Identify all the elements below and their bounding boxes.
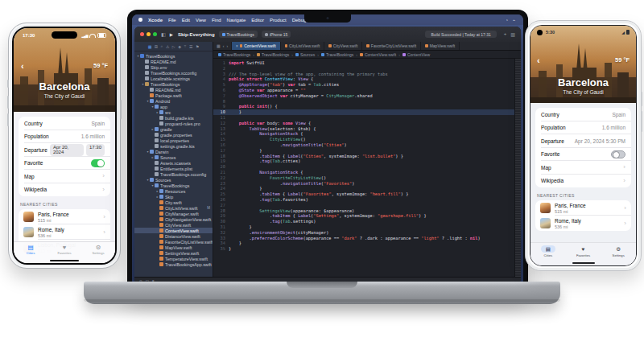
scheme-selector[interactable]: TravelBookings	[219, 31, 258, 38]
editor-tab-cityview-swift[interactable]: CityView.swift	[324, 42, 362, 50]
menu-product[interactable]: Product	[270, 18, 287, 23]
tab-settings[interactable]: ⚙Settings	[601, 243, 636, 265]
toolbar-icon-1[interactable]: ▥	[510, 31, 515, 37]
nearest-city-row[interactable]: Paris, France515 mi›	[535, 200, 631, 216]
navigator-tab-icon-2[interactable]: ⌕	[161, 43, 163, 49]
time-picker-button[interactable]: 17:30	[86, 144, 105, 156]
breadcrumb-item[interactable]: ContentView.swift	[360, 52, 396, 57]
editor-tab-citylistview-swift[interactable]: CityListView.swift	[281, 42, 325, 50]
close-tab-icon[interactable]: ×	[236, 44, 238, 48]
back-button[interactable]: ‹	[21, 63, 24, 69]
file-skip-env[interactable]: Skip.env	[134, 64, 213, 70]
file-travelbookings[interactable]: ▾TravelBookings	[134, 53, 213, 59]
code-line-3[interactable]: 3/// The top-level view of the app, cont…	[213, 72, 521, 77]
breadcrumb-item[interactable]: TravelBookings	[321, 52, 353, 57]
code-line-8[interactable]: 8	[213, 99, 521, 105]
favorite-toggle[interactable]	[611, 150, 625, 158]
list-row-map[interactable]: Map›	[535, 161, 631, 175]
file-cityview-swift[interactable]: CityView.swift	[134, 222, 213, 228]
code-line-20[interactable]: 20	[213, 164, 521, 170]
file-readme-md[interactable]: README.md	[134, 87, 213, 93]
zoom-window-button[interactable]	[153, 32, 157, 36]
tab-nav-icon-0[interactable]: ▦	[217, 43, 221, 48]
window-controls[interactable]	[140, 32, 157, 36]
nearest-city-row[interactable]: Paris, France515 mi›	[19, 209, 110, 224]
navigator-tab-icon-6[interactable]: ⌗	[184, 43, 187, 49]
navigator-tab-icon-4[interactable]: ▷	[172, 44, 175, 49]
list-row-map[interactable]: Map›	[19, 170, 110, 183]
file-travelbookings-xcconfig[interactable]: TravelBookings.xcconfig	[134, 70, 213, 76]
file-proguard-rules-pro[interactable]: proguard-rules.pro	[134, 121, 213, 126]
menubar-status-icons[interactable]: ◔ ⌁	[506, 18, 517, 23]
file-gradle[interactable]: ▸gradle	[134, 126, 213, 132]
tab-cities[interactable]: ▤Cities	[14, 242, 47, 263]
menu-navigate[interactable]: Navigate	[227, 18, 246, 23]
code-line-13[interactable]: 13 TabView(selection: $tab) {	[213, 126, 521, 132]
editor-tab-favoritecitylistview-swift[interactable]: FavoriteCityListView.swift	[362, 42, 421, 50]
tab-settings[interactable]: ⚙Settings	[81, 242, 115, 263]
file-darwin[interactable]: ▾Darwin	[134, 149, 213, 154]
list-row-wikipedia[interactable]: Wikipedia›	[19, 183, 110, 197]
code-line-14[interactable]: 14 NavigationStack {	[213, 131, 521, 137]
apple-menu-icon[interactable]	[138, 18, 142, 22]
code-line-27[interactable]: 27	[213, 203, 521, 208]
file-favoritecitylistview-swift[interactable]: FavoriteCityListView.swift	[134, 239, 213, 245]
tab-nav-icon-2[interactable]: ›	[226, 43, 228, 48]
menu-editor[interactable]: Editor	[251, 18, 264, 23]
navigator-tab-icon-3[interactable]: ⚠	[166, 44, 169, 49]
breadcrumb-item[interactable]: ContentView	[402, 52, 430, 57]
code-line-28[interactable]: 28 SettingsView(appearance: $appearance)	[213, 208, 521, 214]
nearest-city-row[interactable]: Rome, Italy536 mi›	[19, 224, 110, 240]
code-line-17[interactable]: 17 }	[213, 148, 521, 154]
file-temperatureview-swift[interactable]: TemperatureView.swift	[134, 256, 213, 261]
menu-edit[interactable]: Edit	[182, 18, 190, 23]
code-line-23[interactable]: 23 .navigationTitle("Favorites")	[213, 181, 521, 187]
file-distanceview-swift[interactable]: DistanceView.swift	[134, 233, 213, 239]
file-readme-md[interactable]: README.md	[134, 59, 213, 64]
code-line-33[interactable]: 33 .preferredColorScheme(appearance == "…	[213, 236, 521, 241]
file-build-gradle-kts[interactable]: build.gradle.kts	[134, 115, 213, 121]
list-row-favorite[interactable]: Favorite	[19, 157, 110, 171]
code-line-1[interactable]: 1import SwiftUI	[213, 60, 521, 66]
code-line-16[interactable]: 16 .navigationTitle("Cities")	[213, 142, 521, 148]
file-package-swift[interactable]: Package.swift	[134, 93, 213, 98]
code-line-19[interactable]: 19 .tag(Tab.cities)	[213, 158, 521, 164]
file-travelbookings-xcconfig[interactable]: TravelBookings.xcconfig	[134, 171, 213, 177]
code-line-34[interactable]: 34 }	[213, 241, 521, 246]
file-skip[interactable]: ▸Skip	[134, 194, 213, 200]
menu-file[interactable]: File	[168, 18, 176, 23]
code-line-5[interactable]: 5 @AppStorage("tab") var tab = Tab.citie…	[213, 82, 521, 88]
code-line-9[interactable]: 9 public init() {	[213, 104, 521, 109]
file-citylistview-swift[interactable]: CityListView.swiftM	[134, 205, 213, 211]
code-line-32[interactable]: 32 .environmentObject(cityManager)	[213, 230, 521, 236]
code-line-21[interactable]: 21 NavigationStack {	[213, 170, 521, 175]
gesture-bar[interactable]	[572, 262, 595, 264]
navigator-tab-icon-0[interactable]: ▦	[148, 44, 152, 49]
code-line-10[interactable]: 10 }	[213, 109, 521, 115]
file-travelbookingsapp-swift[interactable]: TravelBookingsApp.swift	[134, 261, 213, 267]
code-line-30[interactable]: 30 .tag(Tab.settings)	[213, 219, 521, 224]
navigator-tab-icon-7[interactable]: ☰	[189, 44, 192, 49]
file-local-properties[interactable]: local.properties	[134, 138, 213, 143]
tab-nav-icon-1[interactable]: ‹	[223, 43, 225, 48]
date-picker-button[interactable]: Apr 20, 2024	[50, 144, 84, 156]
file-app[interactable]: ▾app	[134, 104, 213, 109]
tab-cities[interactable]: ▤Cities	[530, 243, 566, 265]
file-src[interactable]: ▸src	[134, 109, 213, 115]
code-line-22[interactable]: 22 FavoriteCityListView()	[213, 175, 521, 181]
breadcrumb-item[interactable]: Sources	[295, 52, 315, 57]
file-travelbookings[interactable]: ▾TravelBookings	[134, 81, 213, 87]
code-line-7[interactable]: 7 @ObservedObject var cityManager = City…	[213, 93, 521, 99]
menu-view[interactable]: View	[196, 18, 206, 23]
code-line-18[interactable]: 18 .tabItem { Label("Cities", systemImag…	[213, 154, 521, 159]
favorite-toggle[interactable]	[91, 159, 105, 167]
code-line-2[interactable]: 2	[213, 66, 521, 72]
breadcrumb-item[interactable]: TravelBookings	[257, 52, 289, 57]
close-window-button[interactable]	[140, 32, 144, 36]
file-citynavigationview-swift[interactable]: CityNavigationView.swift	[134, 216, 213, 222]
code-line-31[interactable]: 31 }	[213, 224, 521, 230]
file-resources[interactable]: ▸Resources	[134, 188, 213, 194]
navigator-tab-icon-5[interactable]: ◈	[178, 44, 181, 49]
code-line-29[interactable]: 29 .tabItem { Label("Settings", systemIm…	[213, 213, 521, 219]
code-line-6[interactable]: 6 @State var appearance = ""	[213, 88, 521, 93]
